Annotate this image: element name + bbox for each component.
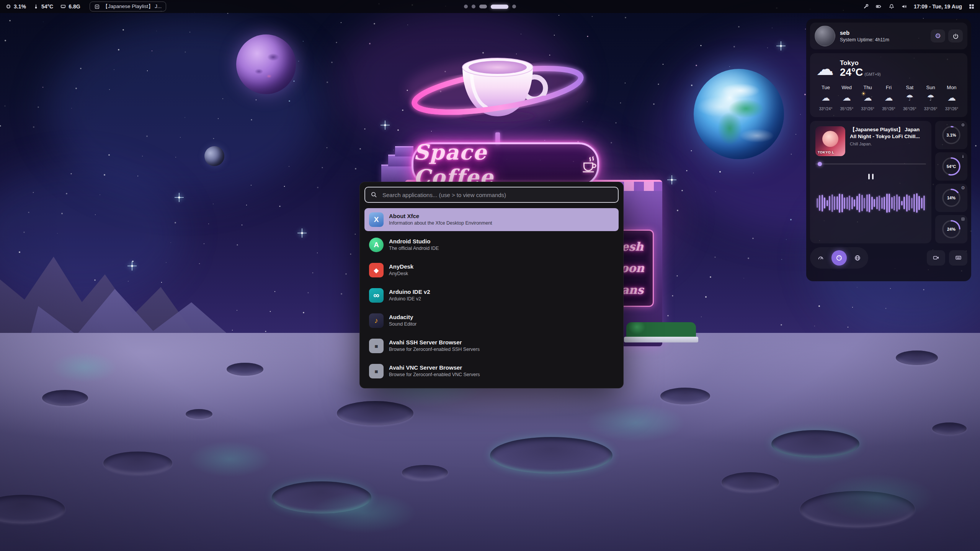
launcher-result-row[interactable]: Avahi SSH Server Browser Browse for Zero… (364, 334, 619, 357)
space-coffee-neon-sign: Space Coffee (412, 142, 599, 187)
neon-coffee-cup-icon (580, 155, 597, 174)
quick-settings-row (810, 247, 967, 269)
media-indicator-icon (94, 4, 100, 10)
workspace-indicator-1[interactable] (464, 5, 468, 8)
waveform-bar (913, 194, 915, 212)
cloud-icon: ☁ (816, 60, 834, 78)
waveform-bar (903, 197, 905, 209)
cpu-temp-value: 54°C (41, 3, 53, 10)
app-title: Android Studio (389, 238, 439, 245)
launcher-result-row[interactable]: About Xfce Information about the Xfce De… (364, 208, 619, 231)
search-input[interactable] (382, 191, 612, 199)
media-progress[interactable] (815, 162, 926, 166)
app-text: Arduino IDE v2 Arduino IDE v2 (389, 289, 430, 302)
launcher-result-row[interactable]: Audacity Sound Editor (364, 309, 619, 332)
forecast-day: Wed 35°/25° (837, 85, 856, 111)
avatar[interactable] (815, 26, 835, 46)
waveform-bar (846, 197, 848, 209)
app-text: Avahi SSH Server Browser Browse for Zero… (389, 339, 480, 353)
app-icon (369, 364, 384, 378)
weather-icon (822, 93, 830, 103)
workspace-indicators (464, 0, 516, 13)
forecast-day-label: Fri (886, 85, 892, 90)
waveform-bar (841, 194, 843, 212)
progress-track[interactable] (815, 163, 926, 165)
workspace-indicator-4[interactable] (491, 5, 508, 9)
memory-value: 6.8G (69, 3, 80, 10)
weather-timezone: (GMT+9) (864, 72, 880, 77)
waveform-bar (921, 198, 923, 209)
app-title: Avahi SSH Server Browser (389, 339, 480, 346)
waveform-bar (829, 196, 830, 210)
keyboard-button[interactable] (949, 250, 967, 266)
workspace-indicator-3[interactable] (479, 5, 487, 8)
waveform-bar (859, 194, 860, 212)
forecast-day: Thu 33°/26° (858, 85, 877, 111)
clock[interactable]: 17:09 - Tue, 19 Aug (914, 3, 962, 10)
app-subtitle: The official Android IDE (389, 246, 439, 252)
waveform-bar (817, 198, 818, 208)
search-icon (371, 191, 377, 198)
album-art: TOKYO L (815, 126, 845, 156)
media-title: 【Japanese Playlist】 Japan All Night - To… (850, 126, 926, 140)
gear-icon: ⚙ (961, 186, 965, 190)
user-text: seb System Uptime: 4h11m (840, 30, 889, 42)
neon-window-text: esh (621, 241, 644, 253)
forecast-day: Sun 33°/26° (921, 85, 940, 111)
progress-handle[interactable] (818, 162, 822, 166)
keyboard-icon (955, 254, 962, 261)
launcher-result-row[interactable]: AnyDesk AnyDesk (364, 259, 619, 282)
gauge-cpu: 3.1% (935, 121, 967, 149)
waveform-bar (851, 197, 853, 209)
app-icon (369, 313, 384, 328)
workspace-indicator-5[interactable] (512, 5, 516, 8)
power-button[interactable] (948, 29, 963, 42)
waveform-bar (822, 195, 823, 212)
pause-button[interactable] (865, 171, 877, 182)
topbar-right-group: 17:09 - Tue, 19 Aug (863, 3, 975, 10)
weather-forecast: Tue 33°/24° Wed 35°/25° Thu 33°/26° (816, 85, 961, 111)
screen-record-button[interactable] (927, 250, 945, 266)
weather-icon (906, 93, 913, 103)
forecast-temps: 35°/26° (882, 106, 895, 111)
now-playing-pill[interactable]: 【Japanese Playlist】 J... (90, 2, 167, 11)
battery-icon[interactable] (875, 3, 882, 10)
weather-header: ☁ Tokyo 24°C(GMT+9) (816, 59, 961, 78)
app-icon (369, 339, 384, 353)
settings-button[interactable]: ⚙ (931, 29, 945, 42)
overview-grid-icon[interactable] (969, 3, 975, 10)
volume-icon[interactable] (901, 3, 907, 10)
launcher-result-row[interactable]: Android Studio The official Android IDE (364, 233, 619, 256)
app-text: Avahi VNC Server Browser Browse for Zero… (389, 364, 480, 378)
wrench-icon[interactable] (863, 3, 869, 10)
forecast-day: Sat 36°/26° (900, 85, 919, 111)
launcher-results: About Xfce Information about the Xfce De… (364, 208, 619, 383)
launcher-result-row[interactable]: Arduino IDE v2 Arduino IDE v2 (364, 284, 619, 307)
thermometer-icon (33, 3, 39, 10)
appearance-button[interactable] (831, 250, 847, 266)
app-icon (369, 288, 384, 303)
launcher-result-row[interactable]: Avahi VNC Server Browser Browse for Zero… (364, 360, 619, 383)
weather-icon (843, 93, 851, 103)
user-card: seb System Uptime: 4h11m ⚙ (810, 23, 967, 49)
waveform-bar (898, 196, 900, 210)
notifications-icon[interactable] (889, 3, 895, 10)
weather-icon (947, 93, 956, 103)
weather-icon (884, 93, 893, 103)
waveform-bar (879, 196, 880, 211)
app-subtitle: AnyDesk (389, 271, 413, 277)
neon-window-text: ans (621, 284, 644, 296)
waveform-bar (869, 194, 870, 212)
performance-button[interactable] (813, 250, 828, 266)
waveform-bar (901, 201, 903, 205)
control-center-panel: seb System Uptime: 4h11m ⚙ ☁ Tokyo (806, 19, 971, 281)
cpu-icon (961, 123, 965, 127)
waveform-bar (891, 197, 893, 209)
forecast-temps: 33°/24° (819, 106, 833, 111)
network-button[interactable] (850, 250, 865, 266)
waveform-bar (819, 195, 820, 211)
launcher-search-box[interactable] (364, 187, 619, 203)
forecast-temps: 35°/25° (840, 106, 853, 111)
workspace-indicator-2[interactable] (472, 5, 475, 8)
app-icon (369, 212, 384, 227)
